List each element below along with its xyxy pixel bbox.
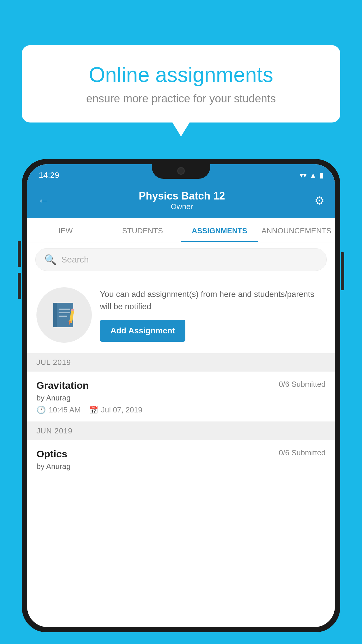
search-icon: 🔍: [44, 254, 57, 265]
section-header-jul: JUL 2019: [27, 353, 335, 372]
battery-icon: ▮: [319, 171, 323, 179]
assignment-date: 📅 Jul 07, 2019: [89, 405, 143, 414]
speech-bubble: Online assignments ensure more practice …: [22, 45, 340, 123]
search-container: 🔍 Search: [27, 242, 335, 277]
phone-notch: [152, 164, 210, 179]
clock-icon: 🕐: [36, 405, 46, 414]
svg-rect-1: [53, 303, 57, 327]
volume-down-button[interactable]: [18, 273, 21, 299]
notebook-icon: [50, 300, 78, 330]
speech-bubble-subtitle: ensure more practice for your students: [42, 92, 320, 105]
back-button[interactable]: ←: [38, 194, 49, 207]
phone-screen: 14:29 ▾▾ ▲ ▮ ← Physics Batch 12 Owner ⚙ …: [27, 164, 335, 627]
signal-icon: ▲: [310, 171, 317, 179]
tab-assignments[interactable]: ASSIGNMENTS: [181, 218, 258, 242]
volume-up-button[interactable]: [18, 241, 21, 267]
phone-wrapper: 14:29 ▾▾ ▲ ▮ ← Physics Batch 12 Owner ⚙ …: [22, 159, 340, 632]
assignment-info-text: You can add assignment(s) from here and …: [100, 288, 326, 313]
tabs-bar: IEW STUDENTS ASSIGNMENTS ANNOUNCEMENTS: [27, 218, 335, 242]
assignment-submitted: 0/6 Submitted: [279, 380, 326, 389]
assignment-item-optics[interactable]: Optics 0/6 Submitted by Anurag: [27, 440, 335, 481]
assignment-icon-circle: [36, 287, 92, 343]
tab-iew[interactable]: IEW: [27, 218, 104, 242]
assignment-by: by Anurag: [36, 393, 326, 402]
status-icons: ▾▾ ▲ ▮: [300, 171, 323, 179]
phone-outer: 14:29 ▾▾ ▲ ▮ ← Physics Batch 12 Owner ⚙ …: [22, 159, 340, 632]
assignment-name: Gravitation: [36, 380, 89, 391]
tab-announcements[interactable]: ANNOUNCEMENTS: [258, 218, 335, 242]
search-placeholder: Search: [61, 255, 89, 265]
assignment-info: You can add assignment(s) from here and …: [100, 288, 326, 342]
speech-bubble-container: Online assignments ensure more practice …: [22, 45, 340, 123]
section-header-jun: JUN 2019: [27, 422, 335, 440]
app-header: ← Physics Batch 12 Owner ⚙: [27, 184, 335, 218]
power-button[interactable]: [341, 252, 344, 290]
search-bar[interactable]: 🔍 Search: [35, 248, 327, 271]
assignment-time: 🕐 10:45 AM: [36, 405, 81, 414]
header-title: Physics Batch 12: [139, 190, 225, 202]
assignment-by-optics: by Anurag: [36, 462, 326, 471]
svg-rect-3: [59, 312, 70, 313]
status-time: 14:29: [39, 171, 59, 180]
assignment-row-top: Gravitation 0/6 Submitted: [36, 380, 326, 391]
header-title-block: Physics Batch 12 Owner: [139, 190, 225, 211]
assignment-submitted-optics: 0/6 Submitted: [279, 448, 326, 457]
wifi-icon: ▾▾: [300, 171, 307, 179]
assignment-date-value: Jul 07, 2019: [101, 405, 143, 414]
settings-icon[interactable]: ⚙: [314, 194, 324, 207]
tab-students[interactable]: STUDENTS: [104, 218, 181, 242]
add-assignment-section: You can add assignment(s) from here and …: [27, 277, 335, 353]
calendar-icon: 📅: [89, 405, 98, 414]
speech-bubble-title: Online assignments: [42, 63, 320, 87]
svg-rect-2: [59, 309, 70, 310]
add-assignment-button[interactable]: Add Assignment: [100, 320, 185, 342]
front-camera: [177, 167, 185, 175]
assignment-row-top-optics: Optics 0/6 Submitted: [36, 448, 326, 460]
header-subtitle: Owner: [139, 202, 225, 211]
assignment-meta: 🕐 10:45 AM 📅 Jul 07, 2019: [36, 405, 326, 414]
assignment-time-value: 10:45 AM: [49, 405, 81, 414]
svg-rect-4: [59, 316, 67, 317]
assignment-item-gravitation[interactable]: Gravitation 0/6 Submitted by Anurag 🕐 10…: [27, 372, 335, 422]
assignment-name-optics: Optics: [36, 448, 67, 460]
